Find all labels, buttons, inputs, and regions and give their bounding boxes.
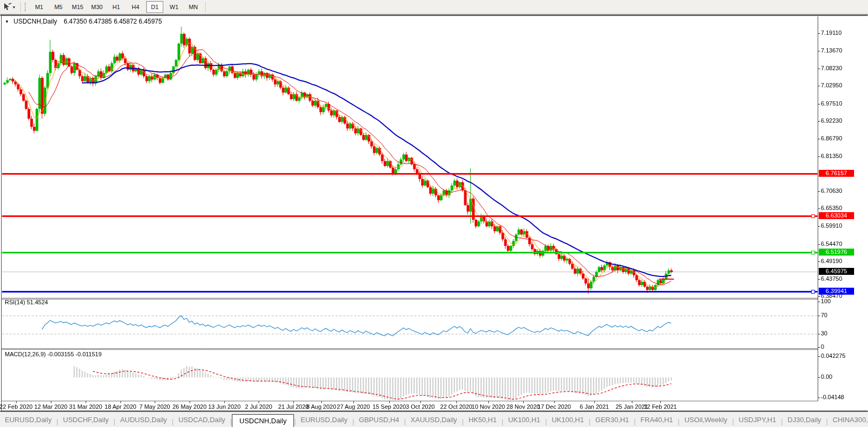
toolbar: ▾ M1M5M15M30H1H4D1W1MN xyxy=(0,0,868,14)
rsi-label: RSI(14) 51.4524 xyxy=(5,299,48,305)
macd-axis-tick: 0.042275 xyxy=(821,353,846,359)
toolbar-drag-grip[interactable] xyxy=(25,3,26,11)
timeframe-button-M5[interactable]: M5 xyxy=(50,1,67,13)
chart-tab-GER30H1[interactable]: GER30,H1 xyxy=(591,415,634,425)
price-line-label[interactable]: 6.51976 xyxy=(819,249,854,256)
price-axis-tick: 7.08230 xyxy=(821,65,842,71)
chart-tab-USDJPYH1[interactable]: USDJPY,H1 xyxy=(734,415,781,425)
price-axis-tick: 6.86790 xyxy=(821,135,842,141)
timeframe-button-MN[interactable]: MN xyxy=(185,1,202,13)
rsi-axis-tick: 100 xyxy=(821,298,831,304)
price-axis-tick: 6.65350 xyxy=(821,205,842,211)
timeframe-button-D1[interactable]: D1 xyxy=(146,1,163,13)
tab-items: EURUSD,Daily|USDCHF,Daily|AUDUSD,Daily|U… xyxy=(0,414,868,427)
chart-tab-UK100H1[interactable]: UK100,H1 xyxy=(547,415,588,425)
price-axis-tick: 6.43750 xyxy=(821,275,842,282)
chart-tab-FRA40H1[interactable]: FRA40,H1 xyxy=(636,415,678,425)
chart-canvas[interactable] xyxy=(0,0,868,427)
chart-tab-DJ30Daily[interactable]: DJ30,Daily xyxy=(783,415,826,425)
price-axis-tick: 6.92230 xyxy=(821,117,842,124)
macd-axis-tick: -0.04148 xyxy=(821,394,844,400)
chart-tab-USOilWeekly[interactable]: USOil,Weekly xyxy=(680,415,732,425)
chart-title: ▼ USDCNH,Daily 6.47350 6.47385 6.45872 6… xyxy=(5,18,162,25)
timeframe-button-M15[interactable]: M15 xyxy=(69,1,86,13)
chart-tab-USDCADDaily[interactable]: USDCAD,Daily xyxy=(173,415,230,425)
chart-tab-bar: EURUSD,Daily|USDCHF,Daily|AUDUSD,Daily|U… xyxy=(0,411,868,427)
chart-tab-EURUSDDaily[interactable]: EURUSD,Daily xyxy=(296,415,352,425)
timeframe-button-M1[interactable]: M1 xyxy=(31,1,48,13)
price-axis-tick: 7.19110 xyxy=(821,29,842,36)
toolbar-separator xyxy=(205,2,206,12)
price-line-label[interactable]: 6.63034 xyxy=(819,212,854,219)
price-axis-tick: 6.59910 xyxy=(821,222,842,229)
timeframe-button-H1[interactable]: H1 xyxy=(108,1,125,13)
chart-tab-XAUUSDDaily[interactable]: XAUUSD,Daily xyxy=(406,415,462,425)
timeframe-button-M30[interactable]: M30 xyxy=(88,1,105,13)
macd-axis-tick: 0.00 xyxy=(821,373,832,380)
price-axis-tick: 7.02950 xyxy=(821,82,842,88)
rsi-axis-tick: 70 xyxy=(821,312,827,318)
collapse-arrow-icon[interactable]: ▼ xyxy=(5,19,9,24)
cursor-tool-icon[interactable] xyxy=(3,3,12,11)
price-axis-tick: 6.81350 xyxy=(821,153,842,159)
chart-tab-CHINA300H1[interactable]: CHINA300,H1 xyxy=(828,415,868,425)
rsi-axis-tick: 0 xyxy=(821,343,824,350)
chart-tab-GBPUSDH4[interactable]: GBPUSD,H4 xyxy=(354,415,404,425)
timeframe-button-group: M1M5M15M30H1H4D1W1MN xyxy=(29,1,203,13)
chart-tab-USDCNHDaily[interactable]: USDCNH,Daily xyxy=(232,414,294,427)
price-axis-tick: 6.97510 xyxy=(821,100,842,107)
mt4-window: ▾ M1M5M15M30H1H4D1W1MN ▼ USDCNH,Daily 6.… xyxy=(0,0,868,427)
macd-label: MACD(12,26,9) -0.003155 -0.011519 xyxy=(5,351,102,357)
date-axis-label: 12 Feb 2021 xyxy=(638,403,683,410)
chart-tab-HK50H1[interactable]: HK50,H1 xyxy=(464,415,502,425)
price-axis-tick: 6.49190 xyxy=(821,258,842,264)
tool-dropdown-caret[interactable]: ▾ xyxy=(13,5,15,10)
chart-symbol: USDCNH,Daily xyxy=(13,18,57,25)
timeframe-button-H4[interactable]: H4 xyxy=(127,1,144,13)
date-axis-label: 17 Dec 2020 xyxy=(532,403,577,410)
timeframe-button-W1[interactable]: W1 xyxy=(165,1,183,13)
chart-tab-UK100H1[interactable]: UK100,H1 xyxy=(503,415,545,425)
price-axis-tick: 7.13670 xyxy=(821,47,842,54)
price-line-label[interactable]: 6.39941 xyxy=(819,288,854,295)
chart-ohlc-quote: 6.47350 6.47385 6.45872 6.45975 xyxy=(64,18,162,25)
chart-tab-EURUSDDaily[interactable]: EURUSD,Daily xyxy=(0,415,56,425)
chart-tab-USDCHFDaily[interactable]: USDCHF,Daily xyxy=(58,415,114,425)
toolbar-separator xyxy=(20,2,21,12)
rsi-axis-tick: 30 xyxy=(821,330,827,336)
current-price-label: 6.45975 xyxy=(819,268,854,275)
price-axis-tick: 6.70630 xyxy=(821,188,842,194)
price-axis-tick: 6.54470 xyxy=(821,241,842,247)
chart-tab-AUDUSDDaily[interactable]: AUDUSD,Daily xyxy=(115,415,171,425)
price-line-label[interactable]: 6.76157 xyxy=(819,170,854,177)
